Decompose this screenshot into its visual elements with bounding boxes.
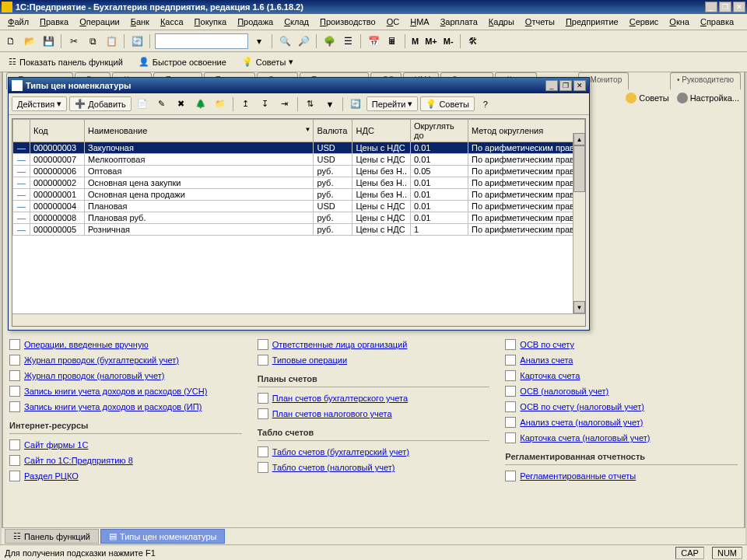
col-0[interactable]: [13, 120, 30, 142]
move-down-icon[interactable]: ↧: [257, 96, 274, 113]
m-label[interactable]: M: [410, 37, 420, 46]
tools-icon[interactable]: 🛠: [465, 33, 481, 49]
find-icon[interactable]: 🔍: [277, 33, 293, 49]
horizontal-scrollbar[interactable]: [12, 313, 585, 326]
panel-link[interactable]: Журнал проводок (налоговый учет): [9, 368, 242, 383]
panel-link[interactable]: Запись книги учета доходов и расходов (У…: [9, 383, 242, 399]
vertical-scrollbar[interactable]: ▲▼: [573, 133, 585, 313]
menu-предприятие[interactable]: Предприятие: [561, 16, 623, 28]
panel-link[interactable]: Раздел РЦКО: [9, 468, 242, 484]
cut-icon[interactable]: ✂: [66, 33, 82, 49]
price-types-grid[interactable]: КодНаименованиеВалютаНДСОкруглять доМето…: [12, 118, 586, 327]
advice-link[interactable]: Советы: [626, 93, 668, 103]
panel-link[interactable]: Табло счетов (бухгалтерский учет): [258, 444, 490, 460]
panel-link[interactable]: ОСВ (налоговый учет): [505, 383, 738, 399]
list-icon[interactable]: ☰: [340, 33, 356, 49]
table-row[interactable]: —000000001Основная цена продажируб.Цены …: [13, 189, 585, 201]
col-3[interactable]: Валюта: [314, 120, 352, 142]
menu-нма[interactable]: НМА: [405, 16, 433, 28]
panel-link[interactable]: Ответственные лица организаций: [258, 337, 490, 352]
col-1[interactable]: Код: [30, 120, 85, 142]
calendar-icon[interactable]: 📅: [366, 33, 381, 49]
save-icon[interactable]: 💾: [40, 33, 56, 49]
menu-банк[interactable]: Банк: [126, 16, 154, 28]
panel-link[interactable]: Анализ счета: [505, 352, 738, 368]
show-panel-button[interactable]: ☷Показать панель функций: [3, 54, 128, 69]
panel-link[interactable]: Карточка счета (налоговый учет): [505, 430, 738, 446]
panel-link[interactable]: Журнал проводок (бухгалтерский учет): [9, 352, 242, 368]
new-icon[interactable]: 🗋: [3, 33, 19, 49]
panel-link[interactable]: Табло счетов (налоговый учет): [258, 460, 490, 475]
menu-справка[interactable]: Справка: [696, 16, 738, 28]
menu-кадры[interactable]: Кадры: [484, 16, 519, 28]
menu-продажа[interactable]: Продажа: [233, 16, 278, 28]
calc-icon[interactable]: 🖩: [384, 33, 400, 49]
dialog-titlebar[interactable]: Типы цен номенклатуры _ ❐ ✕: [9, 78, 589, 93]
menu-ос[interactable]: ОС: [382, 16, 405, 28]
panel-link[interactable]: Сайт по 1С:Предприятию 8: [9, 453, 242, 468]
panel-link[interactable]: ОСВ по счету: [505, 337, 738, 352]
add-copy-icon[interactable]: 📄: [134, 96, 151, 113]
col-6[interactable]: Метод округления: [468, 120, 585, 142]
menu-отчеты[interactable]: Отчеты: [521, 16, 559, 28]
menu-склад[interactable]: Склад: [279, 16, 314, 28]
table-row[interactable]: —000000003ЗакупочнаяUSDЦены с НДС0.01По …: [13, 142, 585, 154]
dialog-minimize-button[interactable]: _: [545, 80, 558, 91]
settings-link[interactable]: Настройка...: [677, 93, 739, 103]
m-plus-label[interactable]: M+: [423, 37, 439, 46]
delete-mark-icon[interactable]: ✖: [173, 96, 190, 113]
close-button[interactable]: ✕: [733, 2, 745, 12]
copy-icon[interactable]: ⧉: [85, 33, 100, 49]
edit-icon[interactable]: ✎: [153, 96, 170, 113]
refresh-list-icon[interactable]: 🔄: [347, 96, 364, 113]
group-icon[interactable]: 📁: [212, 96, 229, 113]
menu-покупка[interactable]: Покупка: [190, 16, 232, 28]
advice-button[interactable]: 💡Советы▾: [237, 54, 299, 69]
menu-операции[interactable]: Операции: [75, 16, 124, 28]
panel-link[interactable]: Сайт фирмы 1С: [9, 437, 242, 453]
dialog-close-button[interactable]: ✕: [573, 80, 586, 91]
help-icon[interactable]: ?: [477, 96, 494, 113]
col-4[interactable]: НДС: [352, 120, 411, 142]
panel-link[interactable]: Операции, введенные вручную: [9, 337, 242, 352]
quick-start-button[interactable]: 👤Быстрое освоение: [133, 54, 232, 69]
table-row[interactable]: —000000006Оптоваяруб.Цены без Н..0.05По …: [13, 166, 585, 177]
paste-icon[interactable]: 📋: [103, 33, 119, 49]
m-minus-label[interactable]: M-: [442, 37, 455, 46]
search-input[interactable]: [155, 33, 248, 49]
dropdown-icon[interactable]: ▾: [251, 33, 267, 49]
sort-icon[interactable]: ⇅: [302, 96, 319, 113]
actions-button[interactable]: Действия▾: [12, 96, 67, 111]
open-icon[interactable]: 📂: [22, 33, 37, 49]
col-5[interactable]: Округлять до: [411, 120, 468, 142]
task-price-types[interactable]: ▤Типы цен номенклатуры: [100, 529, 225, 544]
table-row[interactable]: —000000005Розничнаяруб.Цены с НДС1По ари…: [13, 224, 585, 236]
panel-link[interactable]: ОСВ по счету (налоговый учет): [505, 399, 738, 415]
hierarchical-icon[interactable]: 🌲: [192, 96, 209, 113]
panel-link[interactable]: Запись книги учета доходов и расходов (И…: [9, 399, 242, 415]
table-row[interactable]: —000000007МелкооптоваяUSDЦены с НДС0.01П…: [13, 154, 585, 166]
panel-link[interactable]: Карточка счета: [505, 368, 738, 383]
move-up-icon[interactable]: ↥: [237, 96, 254, 113]
table-row[interactable]: —000000008Плановая руб.руб.Цены с НДС0.0…: [13, 212, 585, 224]
col-2[interactable]: Наименование: [85, 120, 314, 142]
add-button[interactable]: ➕Добавить: [69, 96, 132, 111]
level-up-icon[interactable]: ⇥: [276, 96, 293, 113]
panel-link[interactable]: Регламентированные отчеты: [505, 468, 738, 484]
menu-производство[interactable]: Производство: [315, 16, 381, 28]
tree-icon[interactable]: 🌳: [321, 33, 337, 49]
filter-icon[interactable]: ▼: [321, 96, 338, 113]
panel-link[interactable]: План счетов налогового учета: [258, 406, 490, 422]
refresh-icon[interactable]: 🔄: [129, 33, 145, 49]
panel-link[interactable]: Анализ счета (налоговый учет): [505, 415, 738, 430]
menu-зарплата[interactable]: Зарплата: [436, 16, 482, 28]
menu-окна[interactable]: Окна: [665, 16, 694, 28]
panel-link[interactable]: Типовые операции: [258, 352, 490, 368]
menu-сервис[interactable]: Сервис: [625, 16, 664, 28]
table-row[interactable]: —000000004ПлановаяUSDЦены с НДС0.01По ар…: [13, 201, 585, 212]
table-row[interactable]: —000000002Основная цена закупкируб.Цены …: [13, 177, 585, 189]
restore-button[interactable]: ❐: [719, 2, 731, 12]
menu-файл[interactable]: Файл: [3, 16, 33, 28]
panel-link[interactable]: План счетов бухгалтерского учета: [258, 390, 490, 406]
find-next-icon[interactable]: 🔎: [296, 33, 311, 49]
